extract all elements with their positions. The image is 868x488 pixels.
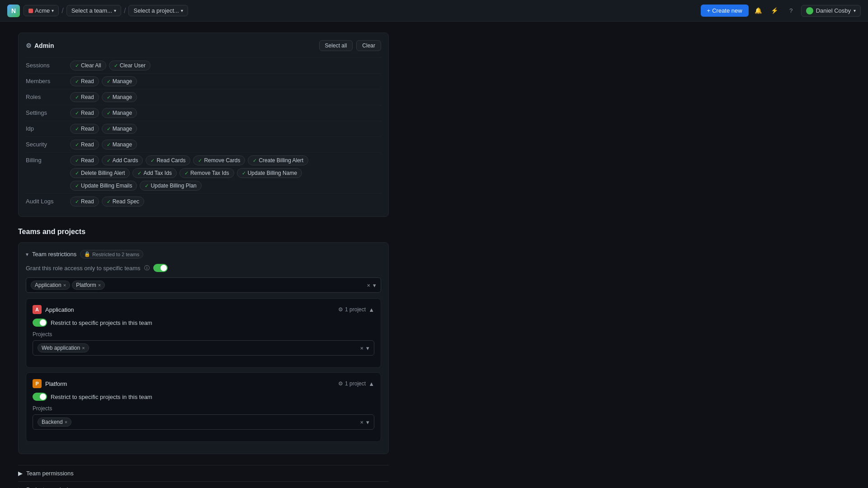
project-chevron-icon: ▾ [181, 8, 183, 13]
collapse-app-icon[interactable]: ▲ [368, 306, 374, 313]
select-all-button[interactable]: Select all [319, 40, 353, 51]
projects-tag-input-app[interactable]: Web application × × ▾ [33, 340, 374, 356]
chip-label: Read [81, 141, 94, 148]
perm-chip-add-tax-ids[interactable]: ✓Add Tax Ids [132, 168, 176, 178]
perm-chip-read-billing[interactable]: ✓Read [70, 155, 99, 165]
toggle-thumb-plat [40, 394, 46, 400]
org-selector[interactable]: Acme ▾ [24, 5, 59, 16]
check-icon: ✓ [75, 63, 79, 69]
project-permissions-row[interactable]: ▶ Project permissions [18, 481, 389, 488]
teams-projects-card: ▾ Team restrictions 🔒 Restricted to 2 te… [18, 242, 389, 454]
gear-icon-plat: ⚙ [338, 380, 343, 387]
team-restrictions-label: Team restrictions [32, 251, 76, 258]
perm-chip-clearall[interactable]: ✓ Clear All [70, 61, 106, 70]
check-icon: ✓ [75, 126, 79, 132]
perm-chip-manage[interactable]: ✓ Manage [102, 76, 137, 86]
perm-label-members: Members [26, 76, 66, 84]
dropdown-icon[interactable]: ▾ [373, 282, 376, 289]
chip-label: Remove Tax Ids [190, 170, 229, 176]
perm-chip-clearuser[interactable]: ✓ Clear User [109, 61, 151, 70]
chip-label: Manage [113, 78, 132, 84]
perm-chip-read[interactable]: ✓ Read [70, 76, 99, 86]
perm-label-roles: Roles [26, 92, 66, 100]
team-placeholder: Select a team... [71, 7, 112, 14]
chip-label: Read Cards [156, 157, 185, 164]
perm-row-audit-logs: Audit Logs ✓ Read ✓ Read Spec [26, 193, 381, 209]
perm-items-audit-logs: ✓ Read ✓ Read Spec [70, 197, 144, 206]
admin-icon: ⚙ [26, 42, 32, 49]
dropdown-plat-icon[interactable]: ▾ [366, 419, 369, 426]
lock-icon: 🔒 [84, 251, 90, 257]
perm-chip-read-security[interactable]: ✓ Read [70, 140, 99, 150]
logo-text: N [11, 7, 16, 14]
restrict-projects-toggle-plat[interactable] [33, 393, 47, 401]
perm-chip-update-billing-emails[interactable]: ✓Update Billing Emails [70, 181, 137, 191]
check-icon: ✓ [75, 199, 79, 205]
check-icon: ✓ [75, 142, 79, 148]
perm-label-audit-logs: Audit Logs [26, 197, 66, 205]
check-icon: ✓ [184, 170, 189, 176]
user-menu[interactable]: Daniel Cosby ▾ [801, 5, 861, 17]
bell-icon: 🔔 [755, 7, 762, 14]
chip-label: Create Billing Alert [259, 157, 303, 164]
expand-icon-project-perms: ▶ [18, 486, 23, 488]
clear-app-tags-icon[interactable]: × [360, 345, 363, 352]
bolt-icon-button[interactable]: ⚡ [769, 5, 781, 17]
project-selector[interactable]: Select a project... ▾ [128, 5, 188, 16]
toggle-thumb-app [40, 319, 46, 326]
tag-text-application: Application [35, 282, 61, 288]
clear-plat-tags-icon[interactable]: × [360, 419, 363, 426]
check-icon: ✓ [75, 170, 79, 176]
remove-web-app-tag[interactable]: × [82, 345, 85, 351]
remove-backend-tag[interactable]: × [65, 419, 67, 425]
perm-chip-add-cards[interactable]: ✓Add Cards [102, 155, 143, 165]
perm-chip-manage-idp[interactable]: ✓ Manage [102, 124, 137, 134]
remove-application-tag[interactable]: × [63, 282, 66, 288]
check-icon: ✓ [145, 183, 149, 189]
grant-access-toggle[interactable] [153, 264, 168, 272]
clear-tags-icon[interactable]: × [367, 282, 370, 289]
perm-chip-read-idp[interactable]: ✓ Read [70, 124, 99, 134]
dropdown-app-icon[interactable]: ▾ [366, 345, 369, 352]
team-permissions-row[interactable]: ▶ Team permissions [18, 465, 389, 481]
check-icon: ✓ [75, 94, 79, 100]
perm-chip-delete-billing-alert[interactable]: ✓Delete Billing Alert [70, 168, 130, 178]
perm-chip-read-settings[interactable]: ✓ Read [70, 108, 99, 118]
perm-chip-read-roles[interactable]: ✓ Read [70, 92, 99, 102]
collapse-plat-icon[interactable]: ▲ [368, 380, 374, 387]
check-icon: ✓ [107, 158, 111, 164]
tag-text-backend: Backend [42, 419, 63, 425]
perm-label-billing: Billing [26, 155, 66, 164]
team-card-plat-right: ⚙ 1 project ▲ [338, 380, 374, 387]
perm-chip-read-audit[interactable]: ✓ Read [70, 197, 99, 206]
restrict-projects-toggle-app[interactable] [33, 319, 47, 327]
team-restrictions-header[interactable]: ▾ Team restrictions 🔒 Restricted to 2 te… [26, 250, 381, 258]
perm-chip-manage-security[interactable]: ✓ Manage [102, 140, 137, 150]
perm-chip-update-billing-plan[interactable]: ✓Update Billing Plan [140, 181, 201, 191]
notifications-icon-button[interactable]: 🔔 [752, 5, 765, 17]
admin-title-text: Admin [34, 42, 54, 49]
tag-application: Application × [31, 281, 70, 290]
perm-chip-create-billing-alert[interactable]: ✓Create Billing Alert [248, 155, 308, 165]
team-avatar-plat: P [33, 379, 42, 388]
app-project-count-text: 1 project [345, 306, 366, 313]
perm-chip-read-spec[interactable]: ✓ Read Spec [102, 197, 144, 206]
perm-chip-read-cards[interactable]: ✓Read Cards [146, 155, 190, 165]
perm-chip-remove-cards[interactable]: ✓Remove Cards [193, 155, 245, 165]
perm-chip-remove-tax-ids[interactable]: ✓Remove Tax Ids [179, 168, 234, 178]
bolt-icon: ⚡ [771, 7, 778, 14]
team-selector[interactable]: Select a team... ▾ [66, 5, 121, 16]
help-icon-button[interactable]: ? [785, 5, 797, 17]
check-icon: ✓ [107, 79, 111, 84]
projects-tag-input-plat[interactable]: Backend × × ▾ [33, 414, 374, 430]
perm-chip-manage-roles[interactable]: ✓ Manage [102, 92, 137, 102]
check-icon: ✓ [75, 183, 79, 189]
clear-button[interactable]: Clear [356, 40, 381, 51]
perm-chip-manage-settings[interactable]: ✓ Manage [102, 108, 137, 118]
perm-items-sessions: ✓ Clear All ✓ Clear User [70, 61, 151, 70]
create-new-button[interactable]: + Create new [701, 5, 749, 17]
teams-tag-input[interactable]: Application × Platform × × ▾ [26, 277, 381, 293]
check-icon: ✓ [107, 94, 111, 100]
perm-chip-update-billing-name[interactable]: ✓Update Billing Name [237, 168, 302, 178]
remove-platform-tag[interactable]: × [98, 282, 101, 288]
